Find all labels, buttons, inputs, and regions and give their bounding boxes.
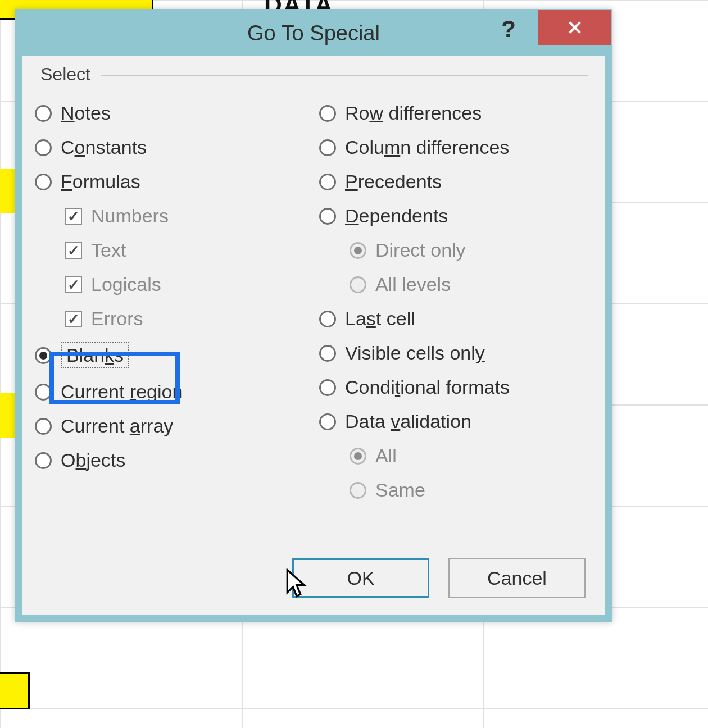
dialog-titlebar[interactable]: Go To Special ? [16,10,611,56]
dialog-body: Select Notes Constants Formulas [16,56,611,621]
checkbox-label: Logicals [91,274,161,295]
radio-icon [350,482,366,499]
cancel-button[interactable]: Cancel [448,558,586,598]
option-label: Same [375,479,425,501]
dialog-button-row: OK Cancel [292,558,586,598]
checkbox-label: Text [91,239,126,261]
option-objects[interactable]: Objects [35,449,308,471]
option-constants[interactable]: Constants [35,136,308,158]
option-label: Current array [61,415,173,437]
option-label: Data validation [345,411,471,433]
ok-button[interactable]: OK [292,558,429,598]
radio-icon [319,379,336,396]
radio-icon [35,105,52,122]
radio-icon [319,413,336,430]
sub-option-direct-only: Direct only [350,239,592,261]
option-precedents[interactable]: Precedents [319,171,592,193]
option-label: Visible cells only [345,342,485,364]
checkbox-errors: Errors [65,308,308,330]
radio-icon [350,242,366,259]
radio-icon [350,448,366,465]
checkbox-label: Errors [91,308,143,330]
radio-icon [319,174,336,190]
option-data-validation[interactable]: Data validation [319,411,592,433]
checkbox-icon [65,276,82,293]
radio-icon [319,139,336,156]
option-label: Notes [61,102,111,124]
option-notes[interactable]: Notes [35,102,308,124]
close-button[interactable] [538,10,611,45]
option-label: Constants [61,136,147,158]
radio-icon [319,311,336,327]
radio-icon [350,276,366,293]
option-label: Direct only [375,239,466,261]
option-blanks[interactable]: Blanks [35,342,308,368]
option-label: Precedents [345,171,442,193]
radio-icon [35,347,52,364]
radio-icon [35,174,52,190]
option-conditional-formats[interactable]: Conditional formats [319,376,592,398]
option-label: Conditional formats [345,376,510,398]
option-row-differences[interactable]: Row differences [319,102,592,124]
option-formulas[interactable]: Formulas [35,171,308,193]
options-right-column: Row differences Column differences Prece… [319,102,592,501]
radio-icon [35,418,52,435]
bg-highlight-cell [0,169,15,213]
checkbox-label: Numbers [91,205,169,227]
checkbox-numbers: Numbers [65,205,308,227]
option-label: All levels [375,274,451,295]
option-current-region[interactable]: Current region [35,381,308,403]
radio-icon [35,384,52,401]
sub-option-dv-same: Same [350,479,592,501]
bg-highlight-cell [0,393,15,438]
option-label: Objects [61,449,125,471]
sub-option-all-levels: All levels [350,274,592,295]
checkbox-logicals: Logicals [65,274,308,295]
radio-icon [319,208,336,225]
radio-icon [319,345,336,362]
dialog-title: Go To Special [247,21,380,46]
options-left-column: Notes Constants Formulas Numbers Text [35,102,308,501]
bg-highlight-cell [0,674,28,708]
radio-icon [319,105,336,122]
help-button[interactable]: ? [496,13,521,45]
checkbox-icon [65,208,82,225]
option-current-array[interactable]: Current array [35,415,308,437]
sub-option-dv-all: All [350,445,592,467]
option-label: Current region [61,381,183,403]
checkbox-icon [65,242,82,259]
option-dependents[interactable]: Dependents [319,205,592,227]
group-label-select: Select [37,64,94,85]
checkbox-text: Text [65,239,308,261]
option-last-cell[interactable]: Last cell [319,308,592,330]
go-to-special-dialog: Go To Special ? Select Notes Constants [15,9,612,622]
radio-icon [35,452,52,469]
option-label: Column differences [345,136,509,158]
option-column-differences[interactable]: Column differences [319,136,592,158]
group-divider [101,75,588,76]
close-icon [567,20,583,35]
option-label: Last cell [345,308,415,330]
option-visible-cells-only[interactable]: Visible cells only [319,342,592,364]
option-label: Formulas [61,171,140,193]
option-label: Blanks [61,342,129,368]
option-label: All [375,445,397,467]
checkbox-icon [65,311,82,327]
radio-icon [35,139,52,156]
option-label: Row differences [345,102,482,124]
option-label: Dependents [345,205,448,227]
